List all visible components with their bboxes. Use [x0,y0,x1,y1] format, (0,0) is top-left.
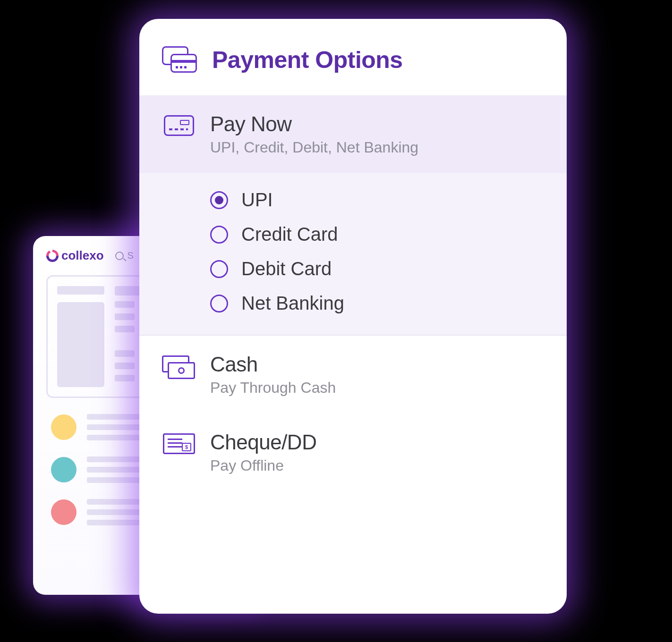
radio-label: Credit Card [241,224,338,245]
panel-header: Payment Options [139,19,567,95]
brand-name: collexo [61,248,104,263]
cheque-subtitle: Pay Offline [210,457,544,474]
cash-icon [162,355,196,381]
cheque-title: Cheque/DD [210,431,544,454]
radio-label: UPI [241,189,273,211]
radio-icon [210,226,228,244]
brand-logo: collexo [46,248,104,263]
radio-debit-card[interactable]: Debit Card [210,258,544,279]
cheque-section[interactable]: Cheque/DD Pay Offline [139,414,567,491]
radio-upi[interactable]: UPI [210,189,544,211]
status-dot-icon [51,414,77,440]
status-dot-icon [51,457,77,482]
search-placeholder: S [128,250,134,261]
radio-icon [210,260,228,278]
radio-net-banking[interactable]: Net Banking [210,293,544,314]
panel-title: Payment Options [212,46,403,74]
pay-now-subtitle: UPI, Credit, Debit, Net Banking [210,139,544,156]
search-icon [115,252,124,260]
brand-logo-icon [46,250,59,262]
payment-method-radios: UPI Credit Card Debit Card Net Banking [139,173,567,336]
radio-label: Debit Card [241,258,332,279]
cash-section[interactable]: Cash Pay Through Cash [139,336,567,414]
cheque-icon [163,433,195,454]
radio-icon [210,295,228,313]
radio-icon [210,191,228,209]
pay-now-title: Pay Now [210,112,544,136]
pay-now-section[interactable]: Pay Now UPI, Credit, Debit, Net Banking [139,95,567,173]
payment-cards-icon [162,46,198,74]
card-icon [164,115,194,136]
radio-credit-card[interactable]: Credit Card [210,224,544,245]
cash-title: Cash [210,353,544,376]
status-dot-icon [51,499,77,525]
radio-label: Net Banking [241,293,344,314]
payment-options-panel: Payment Options Pay Now UPI, Credit, Deb… [139,19,567,614]
cash-subtitle: Pay Through Cash [210,379,544,397]
